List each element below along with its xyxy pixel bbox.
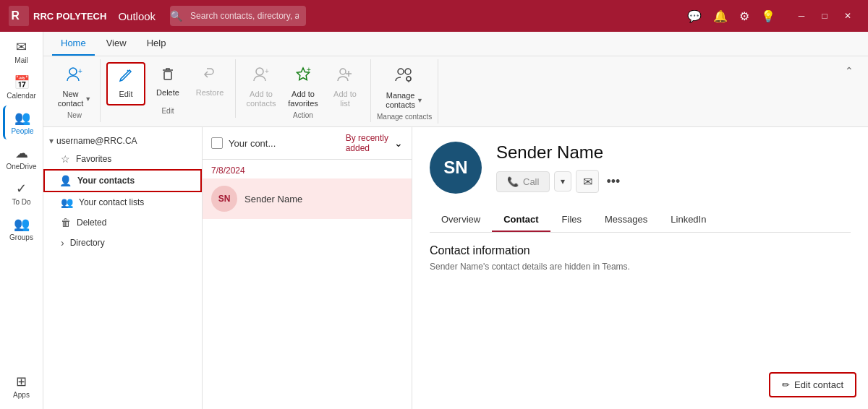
close-button[interactable]: ✕ <box>836 6 859 26</box>
add-to-list-button[interactable]: Add tolist <box>326 62 365 110</box>
email-button[interactable]: ✉ <box>576 170 599 193</box>
sidebar-item-contact-lists[interactable]: 👥 Your contact lists <box>43 192 202 212</box>
account-name: username@RRC.CA <box>56 136 137 146</box>
tab-view[interactable]: View <box>98 32 135 56</box>
call-label: Call <box>523 176 539 187</box>
account-chevron-icon: ▾ <box>49 136 54 146</box>
ribbon-tabs: Home View Help <box>43 32 868 56</box>
new-contact-dropdown-arrow: ▼ <box>85 95 91 103</box>
filter-dropdown-button[interactable]: ⌄ <box>394 137 403 149</box>
tab-help[interactable]: Help <box>138 32 175 56</box>
new-contact-label-row: Newcontact ▼ <box>58 90 91 108</box>
nav-item-groups[interactable]: 👥 Groups <box>3 212 41 246</box>
nav-label-apps: Apps <box>13 391 30 399</box>
lightbulb-icon-btn[interactable]: 💡 <box>758 7 778 26</box>
delete-icon <box>159 65 176 87</box>
call-dropdown-button[interactable]: ▾ <box>554 171 571 191</box>
manage-contacts-label: Managecontacts <box>386 91 415 110</box>
nav-item-todo[interactable]: ✓ To Do <box>3 176 41 210</box>
favorites-icon: ☆ <box>61 153 70 165</box>
call-button[interactable]: 📞 Call <box>496 171 550 192</box>
tab-contact[interactable]: Contact <box>492 208 550 232</box>
ribbon-expand-button[interactable]: ⌃ <box>836 59 862 82</box>
chevron-down-icon: ⌄ <box>394 137 403 149</box>
sidebar-label-favorites: Favorites <box>76 154 111 164</box>
directory-expand-icon: › <box>61 237 64 249</box>
contact-initials: SN <box>218 194 231 204</box>
new-contact-button[interactable]: + Newcontact ▼ <box>55 62 94 110</box>
apps-icon: ⊞ <box>16 374 27 389</box>
restore-button[interactable]: □ <box>813 6 836 26</box>
app-logo: R RRC POLYTECH <box>9 6 106 26</box>
svg-point-8 <box>340 69 346 74</box>
contact-info-title: Contact information <box>430 244 851 257</box>
contact-item-sender-name[interactable]: SN Sender Name <box>203 178 412 219</box>
new-contact-label: Newcontact <box>58 90 83 108</box>
call-dropdown-arrow-icon: ▾ <box>561 176 565 186</box>
add-to-contacts-button[interactable]: + Add tocontacts <box>242 62 281 110</box>
more-options-button[interactable]: ••• <box>603 171 623 192</box>
date-divider: 7/8/2024 <box>203 160 412 178</box>
contact-avatar-sn: SN <box>211 186 237 212</box>
sidebar-item-your-contacts[interactable]: 👤 Your contacts <box>43 169 202 192</box>
restore-icon <box>201 65 218 87</box>
edit-label: Edit <box>119 90 133 99</box>
sidebar-item-favorites[interactable]: ☆ Favorites <box>43 149 202 169</box>
tab-messages[interactable]: Messages <box>593 208 659 232</box>
calendar-icon: 📅 <box>14 74 30 90</box>
contact-actions: 📞 Call ▾ ✉ ••• <box>496 170 851 193</box>
manage-contacts-label-row: Managecontacts ▼ <box>386 91 423 110</box>
edit-contact-button[interactable]: ✏ Edit contact <box>769 372 856 397</box>
app-layout: ✉ Mail 📅 Calendar 👥 People ☁ OneDrive ✓ … <box>0 32 868 409</box>
nav-item-onedrive[interactable]: ☁ OneDrive <box>3 141 41 175</box>
nav-item-calendar[interactable]: 📅 Calendar <box>3 70 41 104</box>
sidebar-label-your-contacts: Your contacts <box>77 176 135 186</box>
restore-button[interactable]: Restore <box>190 62 229 106</box>
sort-label: By recentlyadded <box>346 133 388 153</box>
more-icon: ••• <box>606 174 620 189</box>
contact-lists-icon: 👥 <box>61 197 73 208</box>
account-header[interactable]: ▾ username@RRC.CA <box>43 133 202 149</box>
left-sidebar: ▾ username@RRC.CA ☆ Favorites 👤 Your con… <box>43 127 203 409</box>
titlebar-actions: 💬 🔔 ⚙ 💡 <box>684 7 778 26</box>
nav-item-mail[interactable]: ✉ Mail <box>3 35 41 69</box>
svg-point-2 <box>69 68 77 75</box>
contact-detail-header: SN Sender Name 📞 Call ▾ <box>430 142 851 194</box>
nav-item-apps[interactable]: ⊞ Apps <box>3 369 41 403</box>
svg-point-5 <box>256 68 263 75</box>
pencil-icon <box>117 66 135 84</box>
email-icon: ✉ <box>583 175 592 189</box>
manage-contacts-button[interactable]: Managecontacts ▼ <box>379 62 430 111</box>
contact-info-subtitle: Sender Name's contact details are hidden… <box>430 262 851 272</box>
edit-button[interactable]: Edit <box>106 62 145 106</box>
three-pane: ▾ username@RRC.CA ☆ Favorites 👤 Your con… <box>43 127 868 409</box>
delete-button[interactable]: Delete <box>148 62 187 106</box>
chat-icon-btn[interactable]: 💬 <box>684 7 705 26</box>
contact-full-name: Sender Name <box>496 142 851 163</box>
bell-icon-btn[interactable]: 🔔 <box>710 7 731 26</box>
mail-icon: ✉ <box>16 39 27 55</box>
app-name: Outlook <box>118 10 156 22</box>
middle-pane: Your cont... By recentlyadded ⌄ 7/8/2024… <box>203 127 412 409</box>
tab-linkedin[interactable]: LinkedIn <box>659 208 718 232</box>
ribbon-group-manage: Managecontacts ▼ Manage contacts <box>371 59 438 124</box>
ribbon-group-action: + Add tocontacts + <box>236 59 371 122</box>
svg-text:+: + <box>78 67 82 75</box>
search-input[interactable] <box>170 6 306 26</box>
sidebar-item-deleted[interactable]: 🗑 Deleted <box>43 212 202 233</box>
ribbon-group-manage-buttons: Managecontacts ▼ <box>379 62 430 111</box>
minimize-button[interactable]: ─ <box>790 6 813 26</box>
titlebar: R RRC POLYTECH Outlook 🔍 💬 🔔 ⚙ 💡 ─ □ ✕ <box>0 0 868 32</box>
ribbon-group-manage-label: Manage contacts <box>377 113 432 121</box>
select-all-checkbox[interactable] <box>211 137 223 149</box>
tab-home[interactable]: Home <box>52 32 95 56</box>
delete-label: Delete <box>156 88 179 98</box>
ribbon-content: + Newcontact ▼ New <box>43 56 868 126</box>
ribbon-group-edit-label: Edit <box>161 107 174 115</box>
tab-files[interactable]: Files <box>550 208 593 232</box>
gear-icon-btn[interactable]: ⚙ <box>736 7 752 26</box>
add-to-favorites-button[interactable]: + Add tofavorites <box>284 62 323 110</box>
sidebar-item-directory[interactable]: › Directory <box>43 233 202 253</box>
tab-overview[interactable]: Overview <box>430 208 492 232</box>
nav-item-people[interactable]: 👥 People <box>3 106 41 139</box>
